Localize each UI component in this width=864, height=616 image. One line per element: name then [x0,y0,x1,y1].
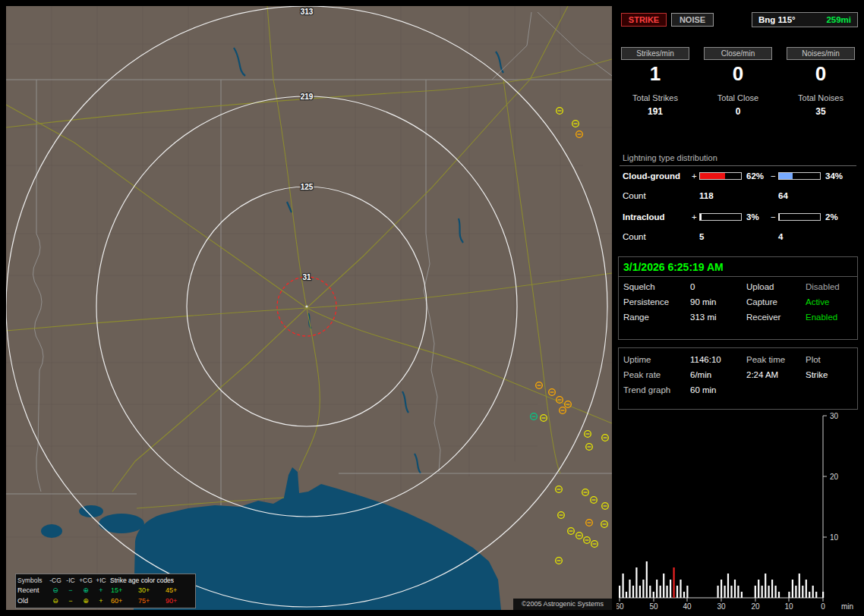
ic-positive-pct: 3% [746,212,759,222]
close-column: Close/min 0 Total Close 0 [704,47,772,117]
x-tick-30: 30 [717,602,726,610]
total-noises-label: Total Noises [787,93,855,102]
close-per-min-button[interactable]: Close/min [704,47,772,60]
legend-row-label: Recent [17,586,48,594]
legend-type-header: -CG [48,577,63,584]
x-tick-0: 0 [821,602,825,610]
plus-sign: + [692,212,697,222]
ic-positive-count: 5 [699,232,704,241]
copyright-notice: ©2005 Astrogenic Systems [513,599,612,610]
current-timestamp: 3/1/2026 6:25:19 AM [619,257,857,277]
ic-plus-icon: + [93,586,109,594]
peak-rate-value: 6/min [690,367,746,382]
intracloud-count-row: Count 5 4 [616,232,861,243]
cg-negative-bar [778,172,821,180]
cloud-ground-row: Cloud-ground + 62% − 34% [616,171,861,182]
peak-rate-label: Peak rate [623,367,690,382]
legend-row-label: Old [17,597,48,605]
cg-minus-icon: ⊖ [48,597,63,605]
status-panel: STRIKE NOISE Bng 115° 259mi Strikes/min … [616,6,861,610]
peak-time-label: Peak time [746,352,806,367]
x-tick-50: 50 [649,602,658,610]
cloud-ground-count-row: Count 118 64 [616,191,861,202]
legend-symbols-header: Symbols [17,577,48,584]
minus-sign: − [771,212,776,222]
range-ring-label: 219 [301,93,314,101]
x-tick-20: 20 [751,602,760,610]
ic-minus-icon: − [63,586,78,594]
peak-time-value: 2:24 AM [746,367,806,382]
range-ring-label: 313 [301,8,314,16]
noises-per-min-value: 0 [787,62,855,86]
uptime-value: 1146:10 [690,352,746,367]
strike-mode-button[interactable]: STRIKE [621,13,667,27]
intracloud-label: Intracloud [623,212,665,222]
noise-mode-button[interactable]: NOISE [671,13,714,27]
ic-positive-bar [699,213,742,221]
cg-plus-icon: ⊕ [78,586,93,594]
ic-negative-bar [778,213,821,221]
ic-negative-pct: 2% [825,212,838,222]
bearing-label: Bng 115° [752,15,826,24]
app-window: 313 219 125 31 Symbols -CG -IC +CG +IC S… [0,0,864,616]
range-ring-label: 125 [301,183,314,191]
squelch-value: 0 [690,279,746,294]
legend-row-recent: Recent ⊖ − ⊕ + 15+ 30+ 45+ [17,585,194,596]
x-tick-10: 10 [784,602,793,610]
cg-positive-count: 118 [699,191,714,200]
persistence-label: Persistence [623,294,690,310]
cg-negative-pct: 34% [825,171,843,181]
cloud-ground-label: Cloud-ground [623,171,680,181]
capture-status: Active [806,294,853,310]
total-close-value: 0 [704,106,772,117]
upload-status: Disabled [806,279,853,294]
strikes-per-min-value: 1 [621,62,689,86]
cg-negative-count: 64 [778,191,788,200]
cg-plus-icon: ⊕ [78,597,93,605]
age-code: 45+ [163,586,191,594]
strikes-column: Strikes/min 1 Total Strikes 191 [621,47,689,117]
total-strikes-value: 191 [621,106,689,117]
trend-bars [619,561,824,598]
strikes-per-min-button[interactable]: Strikes/min [621,47,689,60]
age-code: 15+ [109,586,136,594]
close-per-min-value: 0 [704,62,772,86]
noises-per-min-button[interactable]: Noises/min [787,47,855,60]
ic-minus-icon: − [63,597,78,605]
trend-graph: 30 20 10 60 50 40 30 20 10 0 min [616,411,861,610]
count-label: Count [623,232,646,241]
upload-label: Upload [746,279,806,294]
age-code: 90+ [163,597,191,605]
age-code: 30+ [136,586,163,594]
minus-sign: − [771,171,776,181]
squelch-label: Squelch [623,279,690,294]
legend-age-header: Strike age color codes [109,577,194,584]
y-tick-30: 30 [830,412,839,420]
legend-row-old: Old ⊖ − ⊕ + 60+ 75+ 90+ [17,596,194,606]
plot-label: Plot [806,352,853,367]
map-svg: 313 219 125 31 [6,6,612,610]
lightning-map[interactable]: 313 219 125 31 [6,6,612,610]
persistence-value: 90 min [690,294,746,310]
total-close-label: Total Close [704,93,772,102]
cg-positive-pct: 62% [746,171,764,181]
x-tick-60: 60 [616,602,624,610]
legend-type-header: +IC [93,577,109,584]
range-ring-label: 31 [302,273,311,281]
age-code: 75+ [136,597,163,605]
bearing-readout: Bng 115° 259mi [752,12,858,27]
count-label: Count [623,191,646,200]
intracloud-row: Intracloud + 3% − 2% [616,212,861,223]
x-axis-unit: min [841,602,853,610]
uptime-label: Uptime [623,352,690,367]
range-label: Range [623,310,690,325]
trend-graph-label: Trend graph [623,382,690,398]
total-strikes-label: Total Strikes [621,93,689,102]
bearing-distance: 259mi [826,15,857,24]
ic-negative-count: 4 [778,232,783,241]
plus-sign: + [692,171,697,181]
plot-value: Strike [806,367,853,382]
y-tick-10: 10 [830,533,839,542]
receiver-label: Receiver [746,310,806,325]
ic-plus-icon: + [93,597,109,605]
